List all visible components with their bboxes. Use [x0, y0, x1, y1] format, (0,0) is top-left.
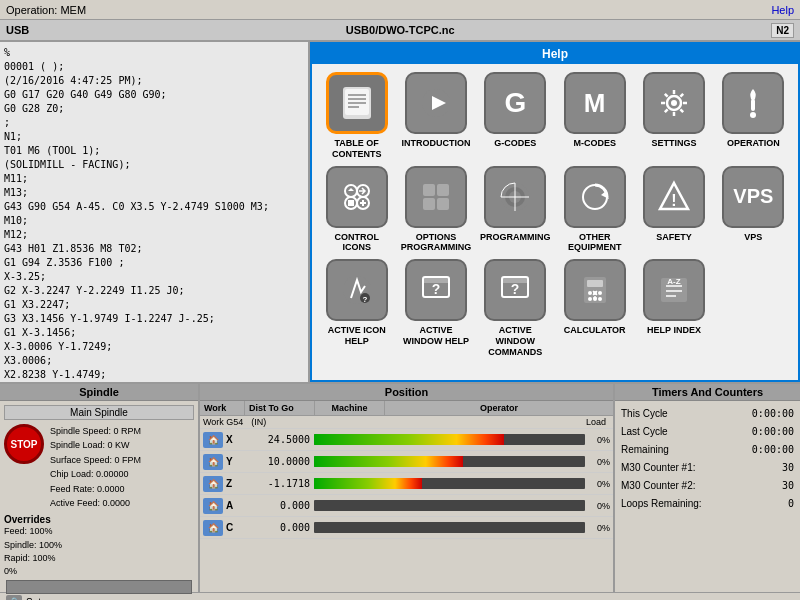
svg-rect-27 — [437, 184, 449, 196]
code-line: G0 G17 G20 G40 G49 G80 G90; — [4, 88, 304, 102]
help-label-introduction: INTRODUCTION — [401, 138, 470, 149]
timer-val: 0:00:00 — [752, 441, 794, 459]
svg-line-17 — [680, 94, 683, 97]
svg-point-49 — [598, 291, 602, 295]
spindle-inner: Main Spindle STOP Spindle Speed: 0 RPM S… — [0, 401, 198, 600]
axis-row-x: 🏠 X 24.5000 0% — [200, 429, 613, 451]
load-unit: KW — [115, 440, 130, 450]
help-item-m-codes[interactable]: MM-CODES — [558, 72, 631, 160]
help-item-active-window-help[interactable]: ?ACTIVE WINDOW HELP — [399, 259, 472, 357]
axis-name-z: Z — [226, 478, 238, 489]
help-item-active-window-commands[interactable]: ?ACTIVE WINDOW COMMANDS — [479, 259, 552, 357]
help-label-active-icon-help: ACTIVE ICON HELP — [320, 325, 393, 347]
axis-home-y[interactable]: 🏠 — [203, 454, 223, 470]
help-item-calculator[interactable]: CALCULATOR — [558, 259, 631, 357]
help-icon-operation — [722, 72, 784, 134]
help-item-g-codes[interactable]: GG-CODES — [479, 72, 552, 160]
timer-row: Remaining0:00:00 — [621, 441, 794, 459]
override-vals: Feed: 100% Spindle: 100% Rapid: 100% — [4, 525, 194, 566]
axis-home-a[interactable]: 🏠 — [203, 498, 223, 514]
axis-val-c: 0.000 — [242, 522, 310, 533]
code-line: X3.0006; — [4, 354, 304, 368]
load-bar-label: 0% — [4, 566, 194, 576]
help-item-vps[interactable]: VPSVPS — [717, 166, 790, 254]
active-feed-val: 0.0000 — [103, 498, 131, 508]
position-header: Work Dist To Go Machine Operator — [200, 401, 613, 416]
svg-rect-23 — [348, 200, 354, 206]
svg-text:A-Z: A-Z — [667, 277, 680, 286]
spindle-stats: Spindle Speed: 0 RPM Spindle Load: 0 KW … — [50, 424, 141, 510]
axis-bar-a — [314, 500, 585, 511]
axis-val-z: -1.1718 — [242, 478, 310, 489]
help-item-other-equipment[interactable]: OTHER EQUIPMENT — [558, 166, 631, 254]
timer-val: 30 — [782, 477, 794, 495]
spindle-load-bar — [6, 580, 192, 594]
overrides-label: Overrides — [4, 514, 194, 525]
stop-button[interactable]: STOP — [4, 424, 44, 464]
chip-label: Chip Load: — [50, 469, 94, 479]
code-line: G1 X-3.1456; — [4, 326, 304, 340]
code-line: G43 H01 Z1.8536 M8 T02; — [4, 242, 304, 256]
help-icon-active-icon-help: ? — [326, 259, 388, 321]
help-item-active-icon-help[interactable]: ?ACTIVE ICON HELP — [320, 259, 393, 357]
svg-rect-26 — [423, 198, 435, 210]
axis-row-y: 🏠 Y 10.0000 0% — [200, 451, 613, 473]
svg-text:?: ? — [511, 281, 520, 297]
help-icon-safety: ! — [643, 166, 705, 228]
code-line: G43 G90 G54 A-45. C0 X3.5 Y-2.4749 S1000… — [4, 200, 304, 214]
help-item-operation[interactable]: OPERATION — [717, 72, 790, 160]
help-item-help-index[interactable]: A-ZHELP INDEX — [637, 259, 710, 357]
usb-bar: USB USB0/DWO-TCPC.nc N2 — [0, 20, 800, 42]
code-line: M13; — [4, 186, 304, 200]
help-item-options-programming[interactable]: OPTIONS PROGRAMMING — [399, 166, 472, 254]
work-g54-row: Work G54 (IN) Load — [200, 416, 613, 429]
surface-unit: FPM — [122, 455, 141, 465]
help-icon-active-window-help: ? — [405, 259, 467, 321]
axis-val-x: 24.5000 — [242, 434, 310, 445]
svg-point-52 — [598, 297, 602, 301]
help-label-settings: SETTINGS — [651, 138, 696, 149]
axis-rows: 🏠 X 24.5000 0% 🏠 Y 10.0000 0% 🏠 Z -1.171… — [200, 429, 613, 539]
help-item-table-of-contents[interactable]: TABLE OF CONTENTS — [320, 72, 393, 160]
axis-name-a: A — [226, 500, 238, 511]
help-item-control-icons[interactable]: CONTROL ICONS — [320, 166, 393, 254]
col-dtg: Dist To Go — [245, 401, 315, 415]
help-label-operation: OPERATION — [727, 138, 780, 149]
timer-label: M30 Counter #2: — [621, 477, 696, 495]
help-icon-settings — [643, 72, 705, 134]
axis-home-x[interactable]: 🏠 — [203, 432, 223, 448]
help-item-safety[interactable]: !SAFETY — [637, 166, 710, 254]
code-line: X2.8238 Y-1.4749; — [4, 368, 304, 382]
help-link[interactable]: Help — [771, 4, 794, 16]
svg-line-15 — [665, 94, 668, 97]
code-line: M12; — [4, 228, 304, 242]
svg-text:?: ? — [362, 295, 367, 304]
code-line: ; — [4, 116, 304, 130]
axis-name-x: X — [226, 434, 238, 445]
help-label-m-codes: M-CODES — [573, 138, 616, 149]
help-label-programming: PROGRAMMING — [480, 232, 551, 243]
usb-label: USB — [6, 24, 29, 36]
feed-rate-val: 0.0000 — [97, 484, 125, 494]
position-panel: Position Work Dist To Go Machine Operato… — [200, 384, 615, 592]
help-item-settings[interactable]: SETTINGS — [637, 72, 710, 160]
active-feed-label: Active Feed: — [50, 498, 100, 508]
axis-home-z[interactable]: 🏠 — [203, 476, 223, 492]
code-panel[interactable]: %00001 ( );(2/16/2016 4:47:25 PM);G0 G17… — [0, 42, 310, 382]
timer-val: 30 — [782, 459, 794, 477]
timer-row: Loops Remaining:0 — [621, 495, 794, 513]
axis-pct-z: 0% — [588, 479, 610, 489]
help-title: Help — [312, 44, 798, 64]
axis-row-z: 🏠 Z -1.1718 0% — [200, 473, 613, 495]
help-item-introduction[interactable]: INTRODUCTION — [399, 72, 472, 160]
timer-val: 0 — [788, 495, 794, 513]
main-area: %00001 ( );(2/16/2016 4:47:25 PM);G0 G17… — [0, 42, 800, 382]
axis-bar-y — [314, 456, 585, 467]
axis-home-c[interactable]: 🏠 — [203, 520, 223, 536]
axis-bar-fill-x — [314, 434, 504, 445]
axis-val-y: 10.0000 — [242, 456, 310, 467]
code-line: 00001 ( ); — [4, 60, 304, 74]
help-item-programming[interactable]: PROGRAMMING — [479, 166, 552, 254]
col-machine: Machine — [315, 401, 385, 415]
lock-icon: 🔒 — [6, 595, 22, 601]
